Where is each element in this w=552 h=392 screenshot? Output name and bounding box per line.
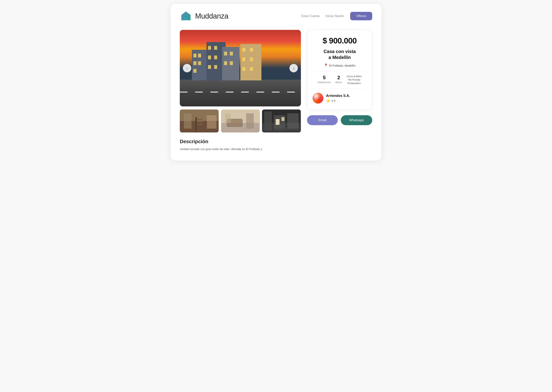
thumbnail-1[interactable] [180, 110, 219, 133]
property-name-text: Casa con vistaa Medellín [324, 49, 356, 60]
agent-info: Arriendos S.A. ⭐ 4.9 [326, 94, 367, 103]
window [198, 54, 201, 57]
window [250, 48, 253, 52]
stat-baths-number: 2 [335, 75, 342, 81]
property-price: $ 900.000 [312, 36, 367, 45]
svg-rect-7 [207, 115, 216, 129]
location-pin-icon: 📍 [324, 63, 328, 68]
left-column: ‹ › [180, 30, 301, 151]
thumbnail-2[interactable] [221, 110, 260, 133]
svg-rect-20 [282, 117, 285, 121]
description-title: Descripción [180, 139, 301, 145]
window [193, 61, 196, 65]
window [242, 57, 245, 61]
stat-rooms-number: 5 [318, 75, 331, 81]
svg-rect-4 [197, 119, 203, 120]
stat-extra-parking: Parqueadero [347, 82, 362, 85]
location-text: El Poblado, Medellín [329, 64, 356, 67]
rating-value: 4.9 [331, 99, 335, 102]
page-container: Muddanza Crear Cuenta Iniciar Sesión Ofr… [171, 4, 381, 161]
thumbnail-2-image [221, 110, 260, 133]
window [250, 67, 253, 71]
svg-rect-5 [197, 121, 203, 123]
building-4 [240, 44, 261, 80]
window [224, 52, 227, 56]
carousel: ‹ › [180, 30, 301, 106]
stat-rooms-label: Habitaciones [318, 81, 331, 84]
email-button[interactable]: Email [307, 115, 338, 125]
description-section: Descripción Unidad cerrada con gran esti… [180, 139, 301, 151]
property-location: 📍 El Poblado, Medellín [312, 63, 367, 68]
thumb-2-svg [221, 110, 260, 133]
window [214, 46, 217, 50]
stat-extras: Cerca al Metro Pet Friendly Parqueadero [347, 75, 362, 85]
property-stats: 5 Habitaciones 2 Baños Cerca al Metro Pe… [312, 71, 367, 88]
window [193, 69, 196, 73]
contact-buttons: Email Whatsapp [307, 115, 372, 125]
window [208, 65, 211, 69]
agent-name: Arriendos S.A. [326, 94, 367, 98]
svg-rect-6 [197, 124, 203, 125]
window [242, 48, 245, 52]
right-column: $ 900.000 Casa con vistaa Medellín 📍 El … [307, 30, 372, 125]
stat-baths-label: Baños [335, 81, 342, 84]
window [230, 61, 233, 65]
window [214, 56, 217, 59]
agent-area: Arriendos S.A. ⭐ 4.9 [312, 93, 367, 104]
logo-area: Muddanza [180, 10, 228, 22]
chevron-right-icon: › [293, 66, 294, 70]
svg-rect-12 [246, 113, 254, 129]
description-text: Unidad cerrada con gran estilo de vida. … [180, 147, 301, 151]
agent-logo-globe [312, 93, 323, 104]
property-card: $ 900.000 Casa con vistaa Medellín 📍 El … [307, 30, 372, 110]
whatsapp-button[interactable]: Whatsapp [341, 115, 372, 125]
stat-baths: 2 Baños [335, 75, 342, 84]
svg-rect-13 [225, 113, 231, 123]
window [208, 46, 211, 50]
thumbnail-1-image [180, 110, 219, 133]
thumbnail-3[interactable] [262, 110, 301, 133]
nav-create-account[interactable]: Crear Cuenta [301, 14, 320, 18]
carousel-next-button[interactable]: › [290, 64, 298, 72]
thumbnails [180, 110, 301, 133]
svg-rect-2 [184, 113, 191, 129]
carousel-prev-button[interactable]: ‹ [183, 64, 191, 72]
window [230, 52, 233, 56]
nav-offer-button[interactable]: Ofrece [350, 12, 372, 20]
main-content: ‹ › [180, 30, 372, 151]
window [214, 65, 217, 69]
window [193, 54, 196, 57]
svg-rect-18 [287, 113, 299, 129]
logo-text: Muddanza [195, 12, 228, 20]
svg-rect-19 [276, 119, 280, 125]
svg-rect-3 [195, 117, 197, 133]
stat-extra-metro: Cerca al Metro [347, 75, 362, 78]
stat-extra-pet: Pet Friendly [347, 78, 362, 82]
window [198, 61, 201, 65]
chevron-left-icon: ‹ [187, 66, 188, 70]
agent-logo [312, 93, 323, 104]
building-3 [222, 47, 240, 80]
logo-icon [180, 10, 192, 22]
thumb-1-svg [180, 110, 219, 133]
nav-login[interactable]: Iniciar Sesión [326, 14, 344, 18]
window [224, 61, 227, 65]
carousel-main-image [180, 30, 301, 106]
thumbnail-3-image [262, 110, 301, 133]
property-name: Casa con vistaa Medellín [312, 49, 367, 60]
scene-road [180, 80, 301, 106]
stat-rooms: 5 Habitaciones [318, 75, 331, 84]
svg-rect-21 [274, 129, 299, 130]
header: Muddanza Crear Cuenta Iniciar Sesión Ofr… [180, 10, 372, 22]
building-1 [192, 50, 207, 80]
agent-rating: ⭐ 4.9 [326, 98, 367, 103]
window [242, 67, 245, 71]
nav-area: Crear Cuenta Iniciar Sesión Ofrece [301, 12, 372, 20]
window [208, 56, 211, 59]
thumb-3-svg [262, 110, 301, 133]
window [250, 57, 253, 61]
svg-rect-16 [264, 112, 272, 131]
star-icon: ⭐ [326, 98, 330, 103]
